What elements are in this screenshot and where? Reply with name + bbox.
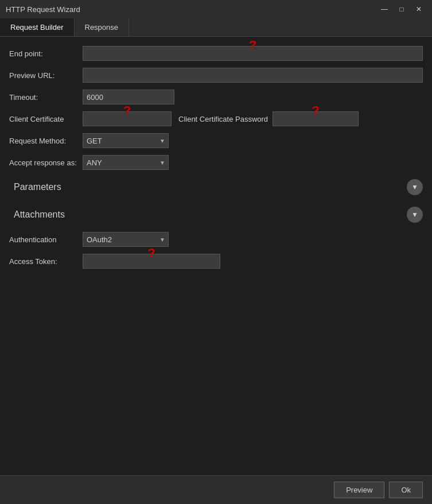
minimize-button[interactable]: — [377,3,392,15]
authentication-label: Authentication [9,235,78,244]
timeout-label: Timeout: [9,93,78,102]
tab-bar: Request Builder Response [0,18,432,37]
request-method-label: Request Method: [9,137,78,145]
request-method-select[interactable]: GET POST PUT DELETE PATCH [83,133,169,148]
tab-response[interactable]: Response [75,18,130,36]
parameters-section: Parameters ▼ [9,177,423,197]
timeout-row: Timeout: [9,90,423,104]
close-button[interactable]: ✕ [411,3,426,15]
endpoint-row: End point: ? [9,46,423,61]
accept-response-label: Accept response as: [9,158,78,167]
timeout-input[interactable] [83,90,174,104]
request-method-select-wrapper: GET POST PUT DELETE PATCH ▼ [83,133,169,148]
accept-response-select[interactable]: ANY JSON XML TEXT [83,155,169,170]
footer: Preview Ok [0,475,432,504]
preview-url-row: Preview URL: [9,68,423,83]
preview-url-input[interactable] [83,68,423,83]
access-token-input[interactable] [83,254,220,269]
client-cert-label: Client Certificate [9,115,78,123]
accept-response-row: Accept response as: ANY JSON XML TEXT ▼ [9,155,423,170]
client-cert-row: Client Certificate ? Client Certificate … [9,111,423,126]
attachments-section: Attachments ▼ [9,204,423,225]
maximize-button[interactable]: □ [394,3,409,15]
window-controls: — □ ✕ [377,3,426,15]
parameters-expand-button[interactable]: ▼ [407,179,423,195]
endpoint-input[interactable] [83,46,423,61]
client-cert-password-label: Client Certificate Password [176,115,268,123]
client-cert-input[interactable] [83,111,172,126]
title-bar: HTTP Request Wizard — □ ✕ [0,0,432,18]
request-method-row: Request Method: GET POST PUT DELETE PATC… [9,133,423,148]
accept-response-select-wrapper: ANY JSON XML TEXT ▼ [83,155,169,170]
form-content: End point: ? Preview URL: Timeout: Clien… [0,37,432,475]
attachments-title: Attachments [9,210,65,220]
tab-request-builder[interactable]: Request Builder [0,18,75,36]
ok-button[interactable]: Ok [389,482,423,498]
parameters-title: Parameters [9,182,61,192]
attachments-expand-button[interactable]: ▼ [407,207,423,223]
authentication-row: Authentication OAuth2 Basic Bearer None … [9,232,423,247]
preview-url-label: Preview URL: [9,71,78,80]
access-token-row: Access Token: ? [9,254,423,269]
endpoint-label: End point: [9,49,78,58]
window-title: HTTP Request Wizard [6,5,80,14]
authentication-select-wrapper: OAuth2 Basic Bearer None ▼ [83,232,169,247]
access-token-label: Access Token: [9,257,78,266]
authentication-select[interactable]: OAuth2 Basic Bearer None [83,232,169,247]
client-cert-password-input[interactable] [273,111,359,126]
preview-button[interactable]: Preview [334,482,384,498]
